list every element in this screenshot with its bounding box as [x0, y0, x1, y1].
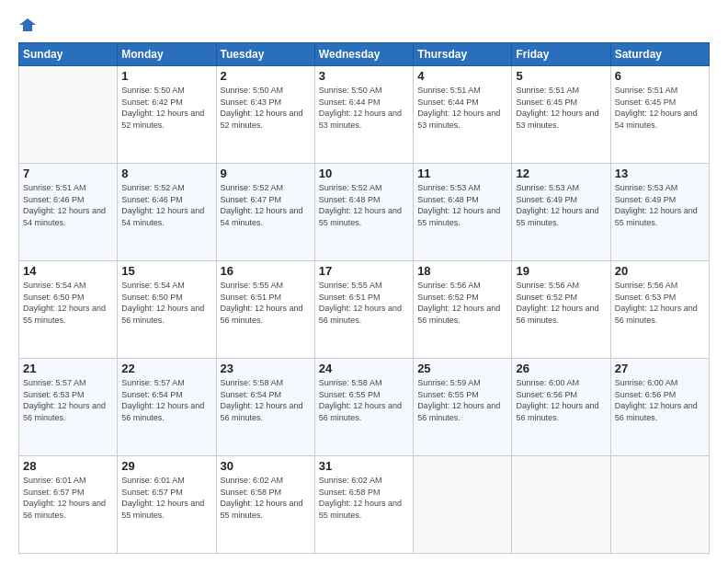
day-info: Sunrise: 6:01 AM Sunset: 6:57 PM Dayligh… [23, 475, 113, 521]
sunrise-text: Sunrise: 5:57 AM [121, 377, 211, 389]
day-number: 4 [417, 69, 507, 83]
day-number: 17 [319, 264, 409, 278]
sunrise-text: Sunrise: 5:51 AM [615, 85, 705, 97]
sunset-text: Sunset: 6:42 PM [121, 97, 211, 109]
calendar-cell: 11 Sunrise: 5:53 AM Sunset: 6:48 PM Dayl… [414, 164, 512, 261]
day-info: Sunrise: 5:54 AM Sunset: 6:50 PM Dayligh… [23, 280, 113, 326]
sunrise-text: Sunrise: 6:02 AM [221, 475, 311, 487]
calendar-cell [19, 66, 118, 164]
day-info: Sunrise: 5:59 AM Sunset: 6:55 PM Dayligh… [417, 377, 507, 423]
daylight-text: Daylight: 12 hours and 56 minutes. [516, 400, 606, 423]
day-number: 2 [221, 69, 311, 83]
calendar-cell: 13 Sunrise: 5:53 AM Sunset: 6:49 PM Dayl… [610, 164, 709, 261]
day-number: 7 [23, 167, 113, 180]
calendar-week-3: 14 Sunrise: 5:54 AM Sunset: 6:50 PM Dayl… [19, 261, 710, 359]
day-info: Sunrise: 5:56 AM Sunset: 6:52 PM Dayligh… [516, 280, 606, 326]
sunset-text: Sunset: 6:55 PM [417, 389, 507, 401]
calendar-cell: 23 Sunrise: 5:58 AM Sunset: 6:54 PM Dayl… [216, 359, 314, 456]
calendar-cell: 10 Sunrise: 5:52 AM Sunset: 6:48 PM Dayl… [314, 164, 413, 261]
sunset-text: Sunset: 6:44 PM [319, 97, 409, 109]
daylight-text: Daylight: 12 hours and 55 minutes. [221, 498, 311, 521]
calendar-header-wednesday: Wednesday [314, 43, 413, 66]
day-number: 24 [319, 362, 409, 375]
day-info: Sunrise: 5:51 AM Sunset: 6:45 PM Dayligh… [516, 85, 606, 131]
day-info: Sunrise: 5:54 AM Sunset: 6:50 PM Dayligh… [121, 280, 211, 326]
day-info: Sunrise: 5:52 AM Sunset: 6:47 PM Dayligh… [221, 182, 311, 228]
sunset-text: Sunset: 6:46 PM [23, 194, 113, 206]
sunrise-text: Sunrise: 6:00 AM [615, 377, 705, 389]
logo [18, 17, 37, 33]
calendar-cell: 1 Sunrise: 5:50 AM Sunset: 6:42 PM Dayli… [118, 66, 216, 164]
sunset-text: Sunset: 6:49 PM [615, 194, 705, 206]
day-info: Sunrise: 5:51 AM Sunset: 6:46 PM Dayligh… [23, 182, 113, 228]
day-info: Sunrise: 5:56 AM Sunset: 6:52 PM Dayligh… [417, 280, 507, 326]
sunrise-text: Sunrise: 5:53 AM [615, 182, 705, 194]
daylight-text: Daylight: 12 hours and 56 minutes. [23, 400, 113, 423]
calendar-cell [610, 456, 709, 554]
svg-marker-0 [19, 18, 36, 31]
daylight-text: Daylight: 12 hours and 55 minutes. [516, 205, 606, 228]
calendar-cell: 25 Sunrise: 5:59 AM Sunset: 6:55 PM Dayl… [414, 359, 512, 456]
daylight-text: Daylight: 12 hours and 56 minutes. [417, 303, 507, 326]
sunset-text: Sunset: 6:44 PM [417, 97, 507, 109]
sunrise-text: Sunrise: 5:51 AM [417, 85, 507, 97]
sunset-text: Sunset: 6:53 PM [615, 292, 705, 304]
daylight-text: Daylight: 12 hours and 56 minutes. [221, 400, 311, 423]
day-number: 8 [121, 167, 211, 180]
day-info: Sunrise: 5:52 AM Sunset: 6:48 PM Dayligh… [319, 182, 409, 228]
day-number: 1 [121, 69, 211, 83]
day-number: 31 [319, 459, 409, 473]
calendar-week-1: 1 Sunrise: 5:50 AM Sunset: 6:42 PM Dayli… [19, 66, 710, 164]
daylight-text: Daylight: 12 hours and 56 minutes. [319, 303, 409, 326]
sunrise-text: Sunrise: 5:55 AM [221, 280, 311, 292]
day-number: 9 [221, 167, 311, 180]
sunset-text: Sunset: 6:43 PM [221, 97, 311, 109]
calendar-week-5: 28 Sunrise: 6:01 AM Sunset: 6:57 PM Dayl… [19, 456, 710, 554]
calendar-header-tuesday: Tuesday [216, 43, 314, 66]
daylight-text: Daylight: 12 hours and 55 minutes. [615, 205, 705, 228]
sunrise-text: Sunrise: 5:56 AM [417, 280, 507, 292]
sunrise-text: Sunrise: 5:50 AM [319, 85, 409, 97]
sunrise-text: Sunrise: 6:00 AM [516, 377, 606, 389]
day-info: Sunrise: 5:53 AM Sunset: 6:48 PM Dayligh… [417, 182, 507, 228]
calendar-header-sunday: Sunday [19, 43, 118, 66]
calendar-cell: 22 Sunrise: 5:57 AM Sunset: 6:54 PM Dayl… [118, 359, 216, 456]
calendar-cell [414, 456, 512, 554]
sunset-text: Sunset: 6:55 PM [319, 389, 409, 401]
day-number: 26 [516, 362, 606, 375]
daylight-text: Daylight: 12 hours and 55 minutes. [23, 303, 113, 326]
calendar-cell: 15 Sunrise: 5:54 AM Sunset: 6:50 PM Dayl… [118, 261, 216, 359]
day-info: Sunrise: 5:55 AM Sunset: 6:51 PM Dayligh… [221, 280, 311, 326]
sunset-text: Sunset: 6:58 PM [221, 487, 311, 499]
sunset-text: Sunset: 6:47 PM [221, 194, 311, 206]
daylight-text: Daylight: 12 hours and 54 minutes. [121, 205, 211, 228]
sunrise-text: Sunrise: 6:01 AM [23, 475, 113, 487]
day-number: 12 [516, 167, 606, 180]
calendar-week-4: 21 Sunrise: 5:57 AM Sunset: 6:53 PM Dayl… [19, 359, 710, 456]
calendar-cell: 24 Sunrise: 5:58 AM Sunset: 6:55 PM Dayl… [314, 359, 413, 456]
day-number: 14 [23, 264, 113, 278]
sunset-text: Sunset: 6:46 PM [121, 194, 211, 206]
day-info: Sunrise: 5:58 AM Sunset: 6:54 PM Dayligh… [221, 377, 311, 423]
calendar-cell: 8 Sunrise: 5:52 AM Sunset: 6:46 PM Dayli… [118, 164, 216, 261]
sunrise-text: Sunrise: 5:54 AM [23, 280, 113, 292]
daylight-text: Daylight: 12 hours and 54 minutes. [23, 205, 113, 228]
day-info: Sunrise: 5:55 AM Sunset: 6:51 PM Dayligh… [319, 280, 409, 326]
sunrise-text: Sunrise: 5:58 AM [221, 377, 311, 389]
sunrise-text: Sunrise: 5:56 AM [516, 280, 606, 292]
day-info: Sunrise: 6:02 AM Sunset: 6:58 PM Dayligh… [221, 475, 311, 521]
calendar-cell: 21 Sunrise: 5:57 AM Sunset: 6:53 PM Dayl… [19, 359, 118, 456]
calendar-cell: 27 Sunrise: 6:00 AM Sunset: 6:56 PM Dayl… [610, 359, 709, 456]
daylight-text: Daylight: 12 hours and 56 minutes. [615, 400, 705, 423]
calendar-cell: 14 Sunrise: 5:54 AM Sunset: 6:50 PM Dayl… [19, 261, 118, 359]
calendar-cell: 29 Sunrise: 6:01 AM Sunset: 6:57 PM Dayl… [118, 456, 216, 554]
logo-bird-icon [19, 17, 36, 33]
calendar-cell: 7 Sunrise: 5:51 AM Sunset: 6:46 PM Dayli… [19, 164, 118, 261]
day-number: 18 [417, 264, 507, 278]
day-info: Sunrise: 6:02 AM Sunset: 6:58 PM Dayligh… [319, 475, 409, 521]
calendar-cell [512, 456, 610, 554]
sunset-text: Sunset: 6:54 PM [221, 389, 311, 401]
calendar-cell: 18 Sunrise: 5:56 AM Sunset: 6:52 PM Dayl… [414, 261, 512, 359]
sunrise-text: Sunrise: 5:57 AM [23, 377, 113, 389]
sunset-text: Sunset: 6:56 PM [615, 389, 705, 401]
